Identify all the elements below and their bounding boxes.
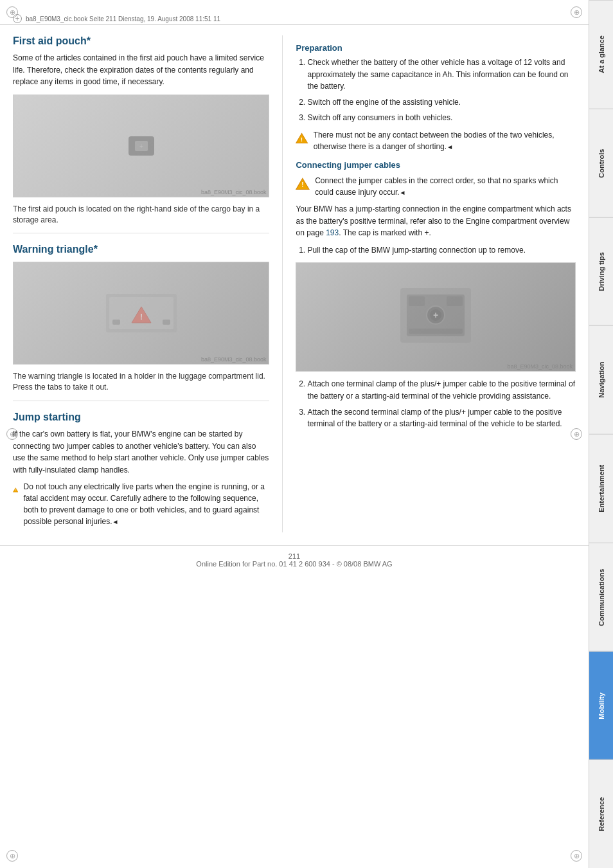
svg-rect-8 xyxy=(163,320,170,325)
sidebar-item-at-a-glance[interactable]: At a glance xyxy=(589,0,613,109)
connecting-steps-bottom: Attach one terminal clamp of the plus/+ … xyxy=(307,378,576,429)
prep-warning-icon: ! xyxy=(296,129,308,147)
crosshair-header xyxy=(13,14,22,23)
preparation-heading: Preparation xyxy=(296,43,576,53)
connecting-step-2: Attach one terminal clamp of the plus/+ … xyxy=(307,378,576,402)
svg-text:+: + xyxy=(433,310,438,320)
copyright-text: Online Edition for Part no. 01 41 2 600 … xyxy=(196,560,392,568)
connecting-step-3: Attach the second terminal clamp of the … xyxy=(307,406,576,430)
sidebar-item-controls[interactable]: Controls xyxy=(589,109,613,217)
jump-starting-body: If the car's own battery is flat, your B… xyxy=(13,428,269,476)
preparation-steps: Check whether the battery of the other v… xyxy=(307,57,576,124)
prep-step-3: Switch off any consumers in both vehicle… xyxy=(307,112,576,124)
section-divider-1 xyxy=(13,233,269,233)
svg-text:!: ! xyxy=(15,489,16,492)
warning-triangle-image: ! ba8_E90M3_cic_08.book xyxy=(13,262,269,365)
page-container: ba8_E90M3_cic.book Seite 211 Dienstag, 1… xyxy=(0,0,613,868)
svg-text:!: ! xyxy=(302,181,304,188)
warning-triangle-img-label: ba8_E90M3_cic_08.book xyxy=(201,356,267,363)
page-footer: 211 Online Edition for Part no. 01 41 2 … xyxy=(0,545,589,574)
svg-rect-22 xyxy=(409,329,463,334)
first-aid-caption: The first aid pouch is located on the ri… xyxy=(13,204,269,226)
header-bar: ba8_E90M3_cic.book Seite 211 Dienstag, 1… xyxy=(0,13,589,25)
svg-text:!: ! xyxy=(301,136,303,143)
prep-step-2: Switch off the engine of the assisting v… xyxy=(307,96,576,109)
warning-triangle-image-icon: ! xyxy=(103,287,180,339)
page-ref-link[interactable]: 193 xyxy=(326,228,339,237)
warning-triangle-icon: ! xyxy=(13,481,18,499)
preparation-warning: ! There must not be any contact between … xyxy=(296,129,576,152)
sidebar-item-communications[interactable]: Communications xyxy=(589,543,613,651)
first-aid-image-icon: + xyxy=(116,127,167,165)
left-column: First aid pouch* Some of the articles co… xyxy=(13,35,283,532)
section-divider-2 xyxy=(13,401,269,401)
prep-step-1: Check whether the battery of the other v… xyxy=(307,57,576,93)
connecting-step-1-list: Pull the cap of the BMW jump-starting co… xyxy=(307,244,576,257)
first-aid-body: Some of the articles contained in the fi… xyxy=(13,52,269,88)
jump-starting-heading: Jump starting xyxy=(13,411,269,423)
right-column: Preparation Check whether the battery of… xyxy=(283,35,576,532)
engine-image-icon: + xyxy=(397,285,474,349)
svg-text:+: + xyxy=(139,143,143,150)
sidebar-item-entertainment[interactable]: Entertainment xyxy=(589,434,613,543)
sidebar: At a glance Controls Driving tips Naviga… xyxy=(589,0,613,868)
svg-rect-20 xyxy=(409,296,425,306)
engine-img-label: ba8_E90M3_cic_08.book xyxy=(507,363,573,370)
svg-rect-7 xyxy=(112,320,120,325)
first-aid-heading: First aid pouch* xyxy=(13,35,269,47)
sidebar-item-reference[interactable]: Reference xyxy=(589,759,613,868)
main-content: ba8_E90M3_cic.book Seite 211 Dienstag, 1… xyxy=(0,0,589,868)
warning-triangle-caption: The warning triangle is located in a hol… xyxy=(13,371,269,393)
preparation-warning-text: There must not be any contact between th… xyxy=(314,129,576,152)
first-aid-image: + ba8_E90M3_cic_08.book xyxy=(13,95,269,197)
jump-starting-warning: ! Do not touch any electrically live par… xyxy=(13,481,269,527)
sidebar-item-navigation[interactable]: Navigation xyxy=(589,325,613,434)
connecting-warning-icon: ! xyxy=(296,175,310,193)
first-aid-img-label: ba8_E90M3_cic_08.book xyxy=(201,189,267,195)
engine-compartment-image: + ba8_E90M3_cic_08.book xyxy=(296,262,576,372)
svg-text:!: ! xyxy=(140,312,143,321)
sidebar-item-driving-tips[interactable]: Driving tips xyxy=(589,217,613,326)
page-number: 211 xyxy=(289,552,300,560)
jump-starting-warning-text: Do not touch any electrically live parts… xyxy=(23,481,269,527)
connecting-body: Your BMW has a jump-starting connection … xyxy=(296,203,576,239)
warning-triangle-heading: Warning triangle* xyxy=(13,244,269,255)
file-info: ba8_E90M3_cic.book Seite 211 Dienstag, 1… xyxy=(26,15,220,23)
two-column-layout: First aid pouch* Some of the articles co… xyxy=(0,35,589,532)
connecting-warning-text: Connect the jumper cables in the correct… xyxy=(315,175,576,198)
connecting-heading: Connecting jumper cables xyxy=(296,160,576,170)
sidebar-item-mobility[interactable]: Mobility xyxy=(589,651,613,760)
svg-rect-21 xyxy=(447,296,463,306)
connecting-warning: ! Connect the jumper cables in the corre… xyxy=(296,175,576,198)
connecting-step-1: Pull the cap of the BMW jump-starting co… xyxy=(307,244,576,257)
